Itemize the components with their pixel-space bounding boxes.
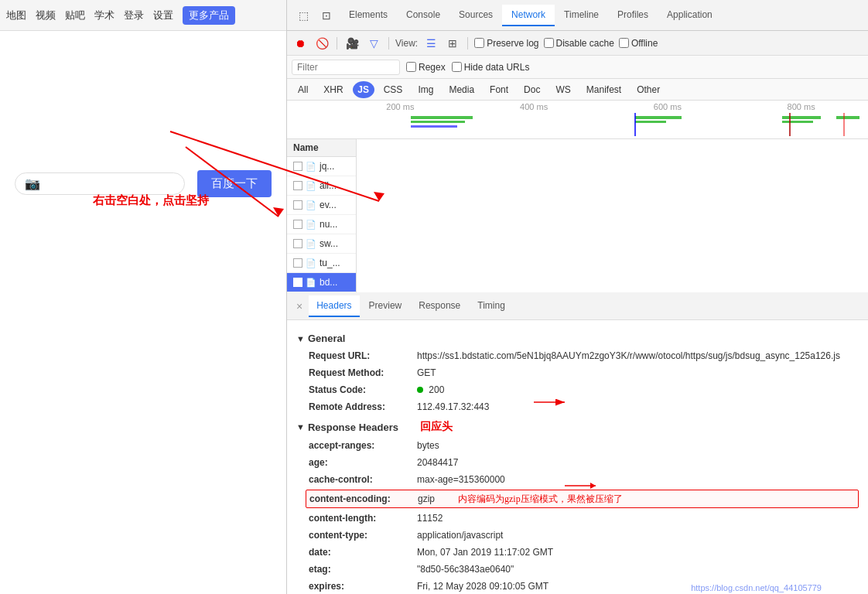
disable-cache-checkbox[interactable] [544,38,554,48]
file-checkbox[interactable] [293,258,302,268]
file-icon: 📄 [306,181,316,191]
file-checkbox[interactable] [293,239,302,248]
name-column-header: Name [287,139,356,157]
nav-tieba[interactable]: 贴吧 [65,9,85,22]
etag-value: "8d50-56c3843ae0640" [417,562,514,576]
file-item-ev[interactable]: 📄 ev... [287,196,356,215]
preserve-log-checkbox[interactable] [474,38,484,48]
filter-ws[interactable]: WS [549,83,576,97]
tab-network[interactable]: Network [502,5,555,26]
disable-cache-check[interactable]: Disable cache [544,38,614,49]
filter-doc[interactable]: Doc [518,83,546,97]
file-checkbox[interactable] [293,181,302,190]
file-item-all[interactable]: 📄 all... [287,176,356,196]
timeline-200ms: 200 ms [333,102,467,111]
general-label: General [308,333,345,344]
offline-check[interactable]: Offline [619,38,658,49]
timeline-800ms: 800 ms [734,102,868,111]
expires-key: expires: [309,579,417,593]
tab-profiles[interactable]: Profiles [608,5,658,26]
content-length-key: content-length: [309,511,417,525]
detail-panel-wrapper: × Headers Preview Response Timing Genera… [287,292,868,594]
svg-rect-3 [635,116,682,119]
nav-settings[interactable]: 设置 [153,9,173,22]
tab-console[interactable]: Console [397,5,449,26]
stop-button[interactable]: 🚫 [313,35,330,52]
mobile-icon-btn[interactable]: ⊡ [316,5,337,26]
file-name: nu... [320,219,337,230]
filter-input[interactable] [292,60,400,75]
regex-checkbox[interactable] [406,62,416,72]
devtools-tab-bar: ⬚ ⊡ Elements Console Sources Network Tim… [287,0,868,31]
etag-row: etag: "8d50-56c3843ae0640" [309,562,859,576]
nav-academic[interactable]: 学术 [94,9,114,22]
detail-tab-response[interactable]: Response [411,295,468,317]
type-filter-row: All XHR JS CSS Img Media Font Doc WS Man… [287,79,868,101]
filter-other[interactable]: Other [630,83,666,97]
camera-button[interactable]: 🎥 [343,35,361,52]
filter-css[interactable]: CSS [378,83,409,97]
content-length-row: content-length: 11152 [309,511,859,525]
file-checkbox[interactable] [293,200,302,210]
file-checkbox[interactable] [293,162,302,171]
file-name: tu_... [320,258,340,268]
request-url-key: Request URL: [309,349,417,363]
filter-img[interactable]: Img [412,83,439,97]
file-name: all... [320,180,337,191]
response-headers-section-header: Response Headers 回应头 [296,420,859,434]
detail-tab-headers[interactable]: Headers [309,295,359,317]
file-item-nu[interactable]: 📄 nu... [287,215,356,234]
file-item-sw[interactable]: 📄 sw... [287,234,356,254]
regex-check[interactable]: Regex [406,62,446,73]
camera-icon: 📷 [25,176,40,191]
timeline-labels: 200 ms 400 ms 600 ms 800 ms [333,102,868,111]
filter-media[interactable]: Media [443,83,480,97]
file-item-jq[interactable]: 📄 jq... [287,157,356,176]
svg-rect-4 [635,121,666,123]
file-checkbox[interactable] [293,278,302,287]
preserve-log-check[interactable]: Preserve log [474,38,538,49]
detail-content: General Request URL: https://ss1.bdstati… [287,320,868,594]
offline-checkbox[interactable] [619,38,629,48]
accept-ranges-key: accept-ranges: [309,439,417,452]
tab-elements[interactable]: Elements [340,5,397,26]
filter-all[interactable]: All [292,83,314,97]
status-dot [417,387,423,393]
svg-rect-0 [411,116,473,119]
tab-sources[interactable]: Sources [449,5,502,26]
search-input[interactable] [46,178,139,190]
view-grid-button[interactable]: ⊞ [444,35,461,52]
cursor-icon-btn[interactable]: ⬚ [293,5,313,26]
nav-map[interactable]: 地图 [6,9,26,22]
detail-tab-timing[interactable]: Timing [470,295,513,317]
file-list: Name 📄 jq... 📄 all... 📄 ev... 📄 nu... [287,139,357,292]
file-checkbox[interactable] [293,220,302,229]
filter-xhr[interactable]: XHR [317,83,349,97]
request-url-value: https://ss1.bdstatic.com/5eN1bjq8AAUYm2z… [417,349,840,363]
file-name: jq... [320,161,334,172]
nav-video[interactable]: 视频 [36,9,56,22]
detail-close-btn[interactable]: × [292,299,307,314]
filter-font[interactable]: Font [484,83,514,97]
detail-tab-preview[interactable]: Preview [361,295,410,317]
watermark: https://blog.csdn.net/qq_44105779 [691,583,822,592]
file-name: ev... [320,200,337,210]
content-type-key: content-type: [309,528,417,542]
view-list-button[interactable]: ☰ [422,35,439,52]
status-code-number: 200 [429,384,444,395]
record-button[interactable]: ⏺ [292,35,309,52]
file-icon: 📄 [306,258,316,268]
more-products-button[interactable]: 更多产品 [183,6,235,25]
hide-data-urls-checkbox[interactable] [452,62,462,72]
tab-application[interactable]: Application [658,5,722,26]
file-item-bd[interactable]: 📄 bd... [287,273,356,292]
file-item-tu[interactable]: 📄 tu_... [287,254,356,273]
content-type-row: content-type: application/javascript [309,528,859,542]
nav-login[interactable]: 登录 [124,9,144,22]
filter-js[interactable]: JS [353,81,374,98]
toolbar-separator-1 [337,37,337,50]
tab-timeline[interactable]: Timeline [555,5,608,26]
hide-data-urls-check[interactable]: Hide data URLs [452,62,530,73]
filter-manifest[interactable]: Manifest [580,83,627,97]
filter-button[interactable]: ▽ [365,35,382,52]
